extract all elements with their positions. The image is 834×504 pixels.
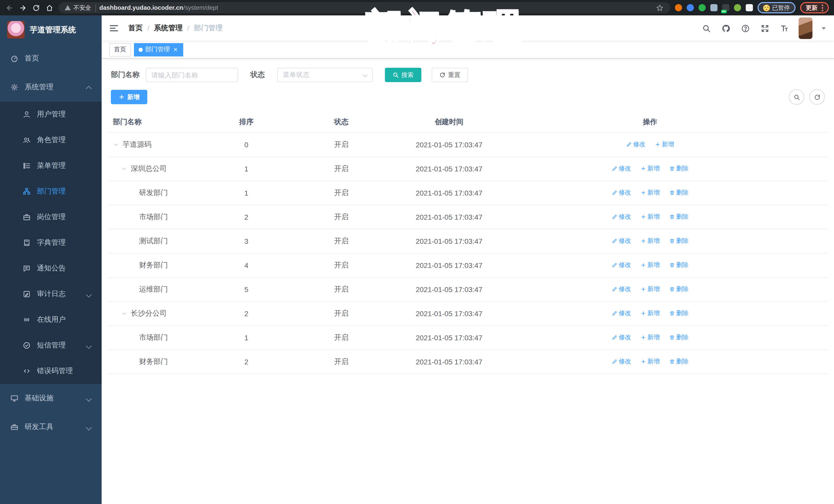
row-action-add[interactable]: 新增 [640, 213, 660, 221]
address-bar[interactable]: 不安全 dashboard.yudao.iocoder.cn/system/de… [59, 2, 670, 13]
tag-item[interactable]: 首页 [109, 43, 131, 56]
row-action-delete[interactable]: 删除 [669, 333, 688, 342]
avatar-caret-down-icon[interactable] [822, 27, 826, 31]
extension-badge: on [721, 10, 727, 13]
row-action-delete[interactable]: 删除 [669, 261, 688, 269]
tag-close-icon[interactable] [172, 46, 179, 52]
table-row: 深圳总公司1开启2021-01-05 17:03:47修改新增删除 [108, 156, 828, 181]
extension-grid-icon[interactable] [710, 4, 717, 11]
row-action-delete[interactable]: 删除 [669, 237, 688, 245]
created-time-cell: 2021-01-05 17:03:47 [405, 205, 493, 229]
extension-blue-gem-icon[interactable] [686, 4, 694, 11]
overlay-annotation-title: 部门管理 [366, 3, 524, 52]
home-icon[interactable] [45, 3, 54, 12]
browser-update-chip[interactable]: 更新 [800, 2, 829, 13]
reset-button[interactable]: 重置 [432, 68, 468, 82]
sidebar-item-4[interactable]: 菜单管理 [0, 153, 102, 179]
sidebar-item-9[interactable]: 审计日志 [0, 281, 102, 307]
add-button[interactable]: 新增 [111, 90, 147, 104]
gear-icon [10, 83, 19, 91]
row-action-add[interactable]: 新增 [655, 140, 674, 149]
breadcrumb-item[interactable]: 系统管理 [154, 24, 183, 33]
row-action-edit[interactable]: 修改 [612, 188, 631, 197]
row-action-delete[interactable]: 删除 [669, 188, 688, 197]
extension-puzzle-icon[interactable] [745, 4, 753, 11]
sidebar-item-13[interactable]: 基础设施 [0, 384, 102, 413]
font-size-icon[interactable] [779, 23, 789, 34]
search-icon[interactable] [701, 23, 711, 34]
sidebar-item-1[interactable]: 系统管理 [0, 73, 102, 102]
row-action-edit[interactable]: 修改 [612, 357, 631, 366]
sidebar-item-8[interactable]: 通知公告 [0, 256, 102, 281]
row-action-delete[interactable]: 删除 [669, 285, 688, 293]
sidebar: 芋道管理系统 首页系统管理用户管理角色管理菜单管理部门管理岗位管理字典管理通知公… [0, 15, 102, 504]
main-area: 首页/系统管理/部门管理 [102, 15, 834, 504]
profile-chip[interactable]: 已暂停 [757, 2, 795, 13]
row-action-edit[interactable]: 修改 [612, 261, 631, 269]
row-action-delete[interactable]: 删除 [669, 309, 688, 318]
status-select[interactable]: 菜单状态 [277, 68, 373, 82]
back-icon[interactable] [5, 3, 14, 12]
refresh-button[interactable] [809, 89, 825, 105]
toggle-search-button[interactable] [789, 89, 804, 105]
user-avatar[interactable] [798, 18, 812, 39]
sidebar-logo-row[interactable]: 芋道管理系统 [0, 15, 102, 44]
row-action-add[interactable]: 新增 [640, 164, 660, 173]
row-action-delete[interactable]: 删除 [669, 213, 688, 221]
extension-green-key-icon[interactable] [734, 4, 741, 11]
sidebar-item-5[interactable]: 部门管理 [0, 179, 102, 204]
sort-cell: 2 [216, 301, 277, 325]
search-button[interactable]: 搜索 [385, 68, 421, 82]
edit-icon [612, 190, 617, 196]
menu-list-icon [23, 162, 31, 170]
row-action-add[interactable]: 新增 [640, 261, 660, 269]
dept-name-input[interactable] [146, 68, 238, 82]
sidebar-item-11[interactable]: 短信管理 [0, 333, 102, 358]
row-action-edit[interactable]: 修改 [612, 213, 631, 221]
row-action-edit[interactable]: 修改 [612, 164, 631, 173]
help-icon[interactable] [740, 23, 750, 34]
bookmark-star-icon[interactable] [655, 3, 664, 12]
row-action-add[interactable]: 新增 [640, 285, 660, 293]
not-secure-warning[interactable]: 不安全 [65, 4, 96, 12]
fullscreen-icon[interactable] [760, 23, 770, 34]
row-action-add[interactable]: 新增 [640, 357, 660, 366]
extension-orange-icon[interactable] [675, 4, 682, 11]
sort-cell: 4 [216, 253, 277, 277]
github-icon[interactable] [721, 23, 731, 34]
reload-icon[interactable] [32, 3, 41, 12]
forward-icon[interactable] [19, 3, 27, 12]
plus-icon [640, 214, 646, 220]
expand-arrow-icon[interactable] [121, 310, 131, 317]
row-action-edit[interactable]: 修改 [612, 285, 631, 293]
sidebar-toggle-icon[interactable] [110, 23, 120, 34]
row-action-add[interactable]: 新增 [640, 188, 660, 197]
sidebar-item-3[interactable]: 角色管理 [0, 127, 102, 153]
row-action-delete[interactable]: 删除 [669, 357, 688, 366]
sort-cell: 5 [216, 277, 277, 301]
browser-menu-kebab-icon[interactable] [822, 4, 823, 11]
row-action-edit[interactable]: 修改 [612, 237, 631, 245]
expand-arrow-icon[interactable] [113, 141, 123, 148]
tag-active[interactable]: 部门管理 [134, 43, 183, 56]
breadcrumb-item[interactable]: 首页 [128, 24, 143, 33]
expand-arrow-icon[interactable] [121, 166, 131, 172]
sidebar-item-2[interactable]: 用户管理 [0, 102, 102, 127]
row-action-add[interactable]: 新增 [640, 237, 660, 245]
row-action-edit[interactable]: 修改 [612, 333, 631, 342]
sidebar-item-label: 审计日志 [37, 289, 66, 299]
sidebar-item-12[interactable]: 错误码管理 [0, 358, 102, 384]
row-action-edit[interactable]: 修改 [626, 140, 645, 149]
sidebar-item-6[interactable]: 岗位管理 [0, 204, 102, 230]
row-action-delete[interactable]: 删除 [669, 164, 688, 173]
row-action-add[interactable]: 新增 [640, 333, 660, 342]
extension-green-check-icon[interactable] [698, 4, 705, 11]
sidebar-item-14[interactable]: 研发工具 [0, 413, 102, 441]
sidebar-item-7[interactable]: 字典管理 [0, 230, 102, 256]
row-action-add[interactable]: 新增 [640, 309, 660, 318]
plus-icon [640, 262, 646, 268]
sidebar-item-0[interactable]: 首页 [0, 44, 102, 73]
sidebar-item-10[interactable]: 在线用户 [0, 307, 102, 333]
row-action-edit[interactable]: 修改 [612, 309, 631, 318]
extension-dark-on-icon[interactable]: on [722, 4, 729, 11]
